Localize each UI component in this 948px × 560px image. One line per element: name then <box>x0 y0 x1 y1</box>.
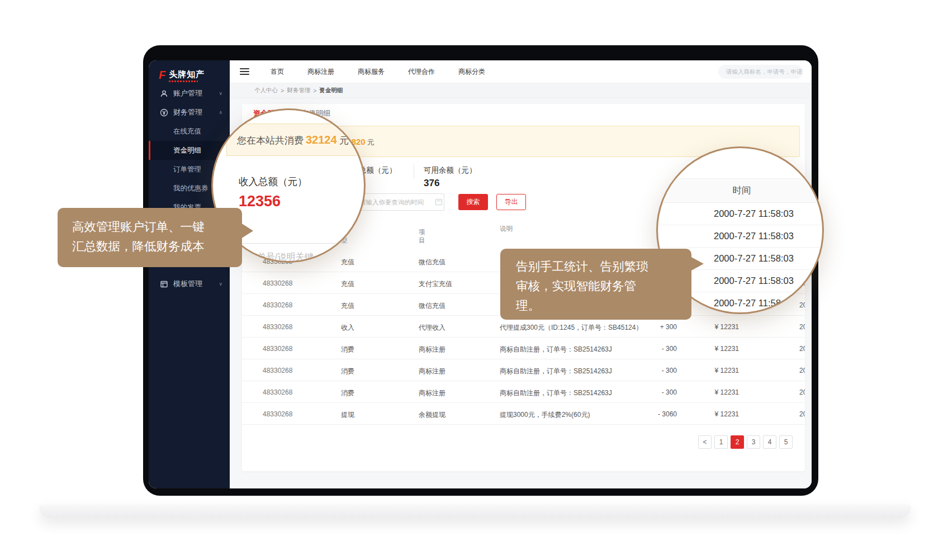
magnified-income-value: 12356 <box>239 193 281 210</box>
summary-divider <box>414 164 414 179</box>
cell-amount: - 300 <box>622 388 677 396</box>
cell-order-number: 48330268 <box>263 410 292 418</box>
laptop-base <box>39 505 911 518</box>
col-header-desc: 说明 <box>500 225 513 233</box>
cell-description: 商标自助注册，订单号：SB2514263J <box>500 367 612 376</box>
cell-order-number: 48330268 <box>263 323 292 331</box>
cell-balance: ¥ 12231 <box>678 345 739 353</box>
time-filter-input[interactable] <box>353 193 444 211</box>
cell-time: 2000-7-27 11:58:03 <box>799 367 805 374</box>
trademark-search-input[interactable] <box>718 65 803 79</box>
sidebar-item-label: 账户管理 <box>173 88 202 98</box>
nav-tab-trademark-service[interactable]: 商标服务 <box>358 67 385 77</box>
menu-icon[interactable] <box>240 68 249 75</box>
cell-time: 2000-7-27 11:58:03 <box>799 388 805 396</box>
cell-description: 代理提成300元（ID:1245，订单号：SB45124） <box>500 323 642 333</box>
sidebar-item-finance[interactable]: 财务管理 ∧ <box>149 103 230 122</box>
breadcrumb-current: 资金明细 <box>319 87 343 94</box>
cell-project: 微信充值 <box>419 301 445 311</box>
cell-project: 微信充值 <box>419 258 445 267</box>
cell-amount: - 300 <box>622 367 677 374</box>
pagination: < 1 2 3 4 5 <box>698 435 793 449</box>
chevron-down-icon: ∨ <box>219 281 222 287</box>
cell-amount: - 300 <box>622 345 677 353</box>
brand-tagline-decoration <box>169 80 198 82</box>
cell-balance: ¥ 12231 <box>678 410 739 418</box>
pagination-page-1[interactable]: 1 <box>714 435 728 449</box>
sidebar-item-label: 模板管理 <box>173 279 202 289</box>
cell-amount: - 3060 <box>622 410 677 418</box>
breadcrumb-separator: > <box>313 87 316 94</box>
tooltip-right-arrow <box>690 257 704 271</box>
cell-project: 支付宝充值 <box>419 279 452 289</box>
sidebar: F 头牌知产 账户管理 ∨ 财 <box>149 60 230 488</box>
cell-order-number: 48330268 <box>263 301 292 309</box>
available-balance-value: 376 <box>424 178 439 189</box>
cell-project: 余额提现 <box>419 410 445 420</box>
pagination-page-3[interactable]: 3 <box>747 435 760 449</box>
cell-type: 充值 <box>341 258 354 267</box>
cell-project: 商标注册 <box>419 367 445 376</box>
cell-project: 商标注册 <box>419 388 445 398</box>
cell-type: 充值 <box>341 301 354 311</box>
nav-tab-agent-coop[interactable]: 代理合作 <box>408 67 435 77</box>
nav-tab-trademark-register[interactable]: 商标注册 <box>307 67 334 77</box>
pagination-prev-button[interactable]: < <box>698 435 712 449</box>
tooltip-right: 告别手工统计、告别繁琐 审核，实现智能财务管 理。 <box>500 249 691 320</box>
template-icon <box>160 280 168 288</box>
table-row[interactable]: 48330268 消费 商标注册 商标自助注册，订单号：SB2514263J -… <box>242 338 805 359</box>
calendar-icon[interactable] <box>435 199 442 205</box>
available-balance-label: 可用余额（元） <box>424 165 477 175</box>
cell-time: 2000-7-27 11:58:03 <box>799 410 805 418</box>
pagination-page-5[interactable]: 5 <box>779 435 793 449</box>
table-row[interactable]: 48330268 消费 商标注册 商标自助注册，订单号：SB2514263J -… <box>242 359 805 381</box>
magnified-consumption-amount: 32124 <box>304 134 339 146</box>
breadcrumb-personal-center[interactable]: 个人中心 <box>254 87 278 94</box>
cell-order-number: 48330268 <box>263 279 292 287</box>
user-icon <box>160 89 168 98</box>
cell-time: 2000-7-27 11:58:03 <box>799 301 805 309</box>
cell-time: 2000-7-27 11:58:03 <box>799 323 805 331</box>
cell-balance: ¥ 12231 <box>678 388 739 396</box>
cell-type: 消费 <box>341 345 354 354</box>
table-row[interactable]: 48330268 消费 商标注册 商标自助注册，订单号：SB2514263J -… <box>242 381 805 403</box>
cell-balance: ¥ 12231 <box>678 323 739 331</box>
chevron-up-icon: ∧ <box>219 110 222 115</box>
cell-order-number: 48330268 <box>263 388 292 396</box>
page: F 头牌知产 账户管理 ∨ 财 <box>0 0 948 560</box>
sidebar-subitem-recharge[interactable]: 在线充值 <box>149 122 230 141</box>
cell-project: 商标注册 <box>419 345 445 354</box>
cell-description: 提现3000元，手续费2%(60元) <box>500 410 590 420</box>
cell-amount: + 300 <box>622 323 677 331</box>
cell-type: 提现 <box>341 410 354 420</box>
brand-logo[interactable]: F 头牌知产 <box>159 69 205 82</box>
sidebar-item-template[interactable]: 模板管理 ∨ <box>149 274 230 293</box>
breadcrumb-finance[interactable]: 财务管理 <box>287 87 310 94</box>
cell-balance: ¥ 12231 <box>678 367 739 374</box>
chevron-down-icon: ∨ <box>219 91 222 96</box>
finance-icon <box>160 108 168 117</box>
top-navbar: 首页 商标注册 商标服务 代理合作 商标分类 <box>230 60 812 83</box>
export-button[interactable]: 导出 <box>496 194 526 210</box>
sort-chevron-icon: ∨ <box>419 228 424 233</box>
magnified-income-label: 收入总额（元） <box>239 175 307 188</box>
cell-type: 消费 <box>341 388 354 398</box>
sidebar-item-account[interactable]: 账户管理 ∨ <box>149 84 230 103</box>
table-row[interactable]: 48330268 提现 余额提现 提现3000元，手续费2%(60元) - 30… <box>242 403 805 425</box>
cell-description: 商标自助注册，订单号：SB2514263J <box>500 388 612 398</box>
magnified-time-header: 时间 <box>658 178 824 203</box>
magnified-time-cell: 2000-7-27 11:58:03 <box>658 203 824 225</box>
search-button[interactable]: 搜索 <box>458 194 488 210</box>
cell-order-number: 48330268 <box>263 367 292 374</box>
cell-time: 2000-7-27 11:58:03 <box>799 345 805 353</box>
brand-name: 头牌知产 <box>169 69 205 79</box>
tooltip-left-arrow <box>241 223 253 239</box>
pagination-page-2-active[interactable]: 2 <box>731 435 744 449</box>
nav-tab-trademark-category[interactable]: 商标分类 <box>458 67 485 77</box>
cell-type: 消费 <box>341 367 354 376</box>
cell-description: 商标自助注册，订单号：SB2514263J <box>500 345 612 354</box>
brand-logo-icon: F <box>159 69 165 80</box>
cell-project: 代理收入 <box>419 323 445 333</box>
pagination-page-4[interactable]: 4 <box>763 435 776 449</box>
nav-tab-home[interactable]: 首页 <box>271 67 284 77</box>
